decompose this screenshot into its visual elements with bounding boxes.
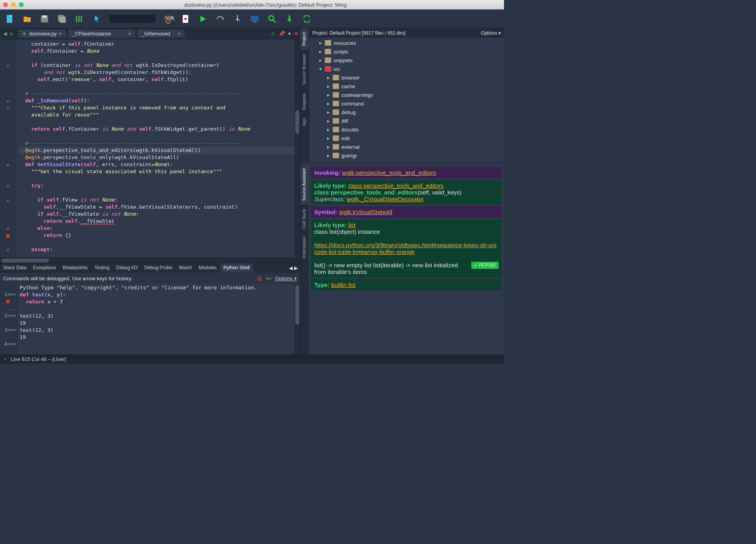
scrollbar-thumb[interactable] — [2, 259, 49, 263]
python-shell[interactable]: 1>>> ...2>>> 3>>> 4>>> Python Type "help… — [0, 284, 300, 354]
expand-icon[interactable]: ▼ — [319, 67, 322, 71]
debug-bug-icon[interactable]: 🐞 — [256, 276, 263, 281]
fold-icon[interactable]: ▽ — [7, 106, 9, 111]
code-line[interactable]: if self.fView is not None: — [19, 197, 297, 204]
expand-icon[interactable]: ► — [326, 154, 330, 158]
code-line[interactable]: except: — [19, 246, 297, 253]
code-line[interactable]: #---------------------------------------… — [19, 91, 297, 98]
vtab-indentation[interactable]: Indentation — [300, 233, 309, 262]
shell-line[interactable]: 19 — [20, 320, 298, 327]
code-line[interactable]: if (container is not None and not wgtk.I… — [19, 62, 297, 69]
expand-icon[interactable]: ► — [326, 119, 330, 123]
editor-tab-dockview[interactable]: ★ dockview.py ▾ — [18, 30, 66, 38]
bottom-tab-breakpoints[interactable]: Breakpoints — [59, 263, 91, 273]
close-tab-icon[interactable]: ✕ — [294, 31, 298, 37]
source-assistant[interactable]: Invoking: wgtk.perspective_tools_and_edi… — [309, 165, 504, 354]
bottom-tab-watch[interactable]: Watch — [176, 263, 196, 273]
shell-line[interactable]: 19 — [20, 334, 298, 341]
save-all-icon[interactable] — [57, 14, 67, 24]
tab-scroll-left-icon[interactable]: ◀ — [289, 265, 293, 271]
code-line[interactable]: self.emit('remove', self, container, sel… — [19, 76, 297, 83]
code-line[interactable] — [19, 55, 297, 62]
assist-link[interactable]: wgtk.kVisualStateAll — [339, 209, 392, 215]
expand-icon[interactable]: ► — [326, 136, 330, 141]
options-dropdown[interactable]: Options ▾ — [481, 30, 501, 36]
fold-icon[interactable]: ▽ — [7, 198, 9, 203]
tree-item-edit[interactable]: ►edit — [311, 134, 502, 142]
expand-icon[interactable]: ► — [326, 76, 330, 80]
shell-line[interactable]: test(12, 3) — [20, 313, 298, 320]
download-icon[interactable] — [284, 14, 295, 24]
code-editor[interactable]: ▽▽▽▽▽▽▽▽ container = self.fContainer sel… — [0, 39, 300, 257]
code-line[interactable] — [19, 239, 297, 246]
code-line[interactable]: if self.__fViewState is not None: — [19, 211, 297, 218]
code-line[interactable]: @wgtk.perspective_tools_and_editors(wgtk… — [19, 147, 297, 154]
collapse-icon[interactable]: ▾ — [288, 31, 291, 37]
sync-icon[interactable] — [302, 14, 312, 24]
vtab-source-assistant[interactable]: Source Assistant — [300, 165, 309, 205]
tree-item-src[interactable]: ▼src — [311, 65, 502, 73]
assist-link[interactable]: wgtk._CVisualStateDecorator — [347, 196, 424, 202]
vtab-call-stack[interactable]: Call Stack — [300, 205, 309, 233]
shell-line[interactable]: Python Type "help", "copyright", "credit… — [20, 285, 298, 292]
tree-item-docutils[interactable]: ►docutils — [311, 125, 502, 134]
replace-icon[interactable]: AB — [163, 14, 173, 24]
shell-line[interactable] — [20, 341, 298, 348]
horizontal-scrollbar[interactable] — [0, 257, 300, 263]
shell-line[interactable]: return x + 7 — [20, 299, 298, 306]
tree-item-codewarnings[interactable]: ►codewarnings — [311, 91, 502, 99]
expand-icon[interactable]: ► — [326, 145, 330, 149]
breakpoint-icon[interactable] — [6, 234, 10, 238]
code-line[interactable]: self.fContainer = None — [19, 48, 297, 55]
code-line[interactable]: @wgtk.perspective_tools_only(wgtk.kVisua… — [19, 154, 297, 161]
expand-icon[interactable]: ► — [326, 110, 330, 115]
assist-link[interactable]: wgtk.perspective_tools_and_editors — [342, 169, 436, 176]
new-file-icon[interactable] — [5, 14, 15, 24]
code-line[interactable]: def GetVisualState(self, errs, constrain… — [19, 161, 297, 168]
tree-item-diff[interactable]: ►diff — [311, 117, 502, 125]
bottom-tab-debug-i-o[interactable]: Debug I/O — [113, 263, 141, 273]
bottom-tab-modules[interactable]: Modules — [196, 263, 220, 273]
fold-icon[interactable]: ▽ — [7, 99, 9, 104]
tree-item-debug[interactable]: ►debug — [311, 108, 502, 117]
symbol-dropdown-method[interactable]: _IsRemoved ▾ — [137, 30, 185, 38]
code-line[interactable]: #---------------------------------------… — [19, 140, 297, 147]
assist-link[interactable]: list — [348, 222, 356, 228]
vertical-scrollbar[interactable] — [295, 39, 300, 257]
code-line[interactable]: """Get the visual state associated with … — [19, 168, 297, 176]
code-line[interactable]: return {} — [19, 232, 297, 239]
assist-doc-link[interactable]: https://docs.python.org/3/library/stdtyp… — [314, 242, 497, 255]
bottom-tab-debug-probe[interactable]: Debug Probe — [141, 263, 176, 273]
code-line[interactable]: return self.__fViewStat — [19, 218, 297, 225]
vtab-project[interactable]: Project — [300, 28, 309, 50]
tree-item-cache[interactable]: ►cache — [311, 82, 502, 91]
code-line[interactable]: available for reuse""" — [19, 112, 297, 119]
fold-icon[interactable]: ▽ — [7, 64, 9, 68]
editor-gutter[interactable]: ▽▽▽▽▽▽▽▽ — [0, 39, 16, 257]
code-line[interactable] — [19, 133, 297, 140]
step-into-icon[interactable]: I — [232, 14, 243, 24]
monitor-icon[interactable] — [250, 14, 260, 24]
maximize-window-button[interactable] — [19, 2, 24, 7]
chevron-down-icon[interactable]: ▾ — [59, 31, 62, 37]
fold-icon[interactable]: ▽ — [7, 227, 9, 231]
bottom-tab-stack-data[interactable]: Stack Data — [0, 263, 30, 273]
code-line[interactable] — [19, 83, 297, 91]
bottom-tab-exceptions[interactable]: Exceptions — [30, 263, 60, 273]
minimize-window-button[interactable] — [11, 2, 16, 7]
warning-icon[interactable]: ⚠ — [271, 31, 276, 37]
expand-icon[interactable]: ► — [326, 93, 330, 97]
shell-line[interactable]: test(12, 3) — [20, 327, 298, 334]
expand-icon[interactable]: ► — [319, 50, 322, 54]
search-input[interactable] — [111, 16, 170, 22]
code-line[interactable]: self.__fViewState = self.fView.GetVisual… — [19, 204, 297, 211]
expand-icon[interactable]: ► — [319, 58, 322, 63]
tab-scroll-right-icon[interactable]: ▶ — [294, 265, 298, 271]
code-line[interactable] — [19, 119, 297, 126]
code-line[interactable]: and not wgtk.IsDestroyed(container.fGtkW… — [19, 69, 297, 76]
nav-forward-icon[interactable]: ▶ — [9, 30, 16, 37]
code-area[interactable]: container = self.fContainer self.fContai… — [16, 39, 300, 257]
open-file-icon[interactable] — [22, 14, 32, 24]
symbol-dropdown-class[interactable]: _CPanelInstance ▾ — [68, 30, 135, 38]
vertical-scrollbar[interactable] — [295, 284, 300, 354]
